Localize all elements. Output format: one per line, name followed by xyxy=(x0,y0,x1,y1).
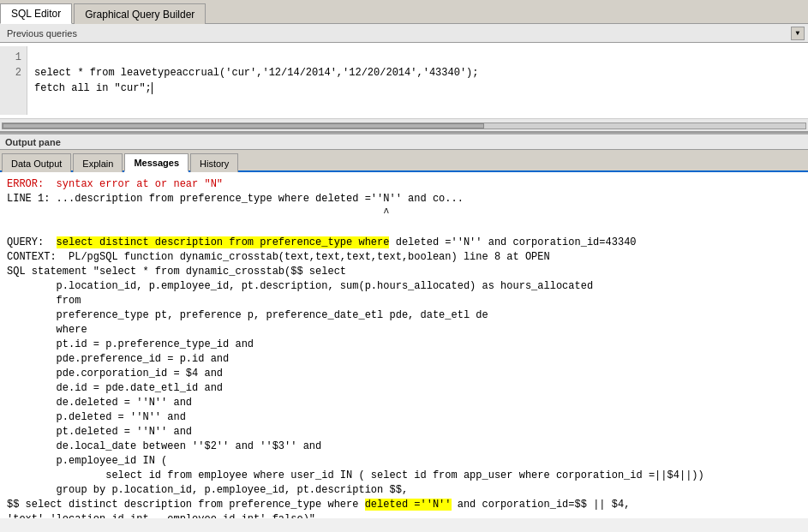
msg-sql-9: de.id = pde.date_etl_id and xyxy=(7,381,801,396)
tab-graphical-query-builder[interactable]: Graphical Query Builder xyxy=(74,3,206,24)
msg-sql-4: preference_type pt, preference p, prefer… xyxy=(7,308,801,323)
msg-blank-1 xyxy=(7,221,801,236)
prev-queries-dropdown[interactable]: ▼ xyxy=(791,27,805,40)
horizontal-scrollbar[interactable] xyxy=(0,118,808,132)
sql-content: 1 2 select * from leavetypeaccrual('cur'… xyxy=(0,43,808,118)
line-number-1: 1 xyxy=(5,50,21,65)
query-label: QUERY: xyxy=(7,236,57,248)
msg-sql-14: p.employee_id IN ( xyxy=(7,454,801,469)
messages-content: ERROR: syntax error at or near "N" LINE … xyxy=(0,172,808,518)
msg-sql-6: pt.id = p.preference_type_id and xyxy=(7,338,801,352)
scrollbar-track xyxy=(2,123,806,129)
line-number-2: 2 xyxy=(5,65,21,81)
tab-data-output[interactable]: Data Output xyxy=(2,153,71,172)
msg-sql-5: where xyxy=(7,323,801,338)
msg-sql-12: pt.deleted = ''N'' and xyxy=(7,425,801,439)
scrollbar-thumb xyxy=(3,123,484,129)
tab-history[interactable]: History xyxy=(190,153,238,172)
prev-queries-label: Previous queries xyxy=(3,28,791,39)
msg-sql-8: pde.corporation_id = $4 and xyxy=(7,367,801,381)
msg-sql-10: de.deleted = ''N'' and xyxy=(7,396,801,410)
tab-explain[interactable]: Explain xyxy=(73,153,123,172)
output-tab-bar: Data Output Explain Messages History xyxy=(0,150,808,172)
msg-sql-13: de.local_date between ''$2'' and ''$3'' … xyxy=(7,439,801,454)
msg-sql-17: 'text','location_id int , employee_id in… xyxy=(7,512,801,518)
msg-sql-2: p.location_id, p.employee_id, pt.descrip… xyxy=(7,279,801,294)
msg-line-1: LINE 1: ...description from preference_t… xyxy=(7,192,801,206)
main-tab-bar: SQL Editor Graphical Query Builder xyxy=(0,0,808,24)
sql-line-1: select * from leavetypeaccrual('cur','12… xyxy=(34,67,478,79)
msg-query-line: QUERY: select distinct description from … xyxy=(7,236,801,250)
msg-sql-11: p.deleted = ''N'' and xyxy=(7,410,801,425)
query-rest: deleted =''N'' and corporation_id=43340 xyxy=(389,236,636,248)
deleted-highlight: deleted =''N'' xyxy=(365,499,452,511)
msg-context: CONTEXT: PL/pgSQL function dynamic_cross… xyxy=(7,250,801,265)
msg-highlight-line: $$ select distinct description from pref… xyxy=(7,498,801,512)
msg-caret: ^ xyxy=(7,206,801,221)
output-pane-header: Output pane xyxy=(0,133,808,150)
tab-messages[interactable]: Messages xyxy=(124,153,189,172)
output-pane-label: Output pane xyxy=(5,137,61,147)
sql-line-2: fetch all in "cur"; xyxy=(34,82,153,94)
prev-queries-bar: Previous queries ▼ xyxy=(0,24,808,43)
msg-sql-15: select id from employee where user_id IN… xyxy=(7,469,801,483)
tab-sql-editor[interactable]: SQL Editor xyxy=(0,3,72,24)
msg-sql-7: pde.preference_id = p.id and xyxy=(7,352,801,367)
cursor xyxy=(152,82,153,94)
sql-editor[interactable]: 1 2 select * from leavetypeaccrual('cur'… xyxy=(0,43,808,133)
msg-sql-stmt: SQL statement "select * from dynamic_cro… xyxy=(7,265,801,279)
msg-sql-16: group by p.location_id, p.employee_id, p… xyxy=(7,483,801,498)
sql-code: select * from leavetypeaccrual('cur','12… xyxy=(27,46,485,115)
query-highlight: select distinct description from prefere… xyxy=(57,236,390,248)
msg-sql-3: from xyxy=(7,294,801,308)
line-numbers: 1 2 xyxy=(0,46,27,115)
msg-error-1: ERROR: syntax error at or near "N" xyxy=(7,177,801,192)
